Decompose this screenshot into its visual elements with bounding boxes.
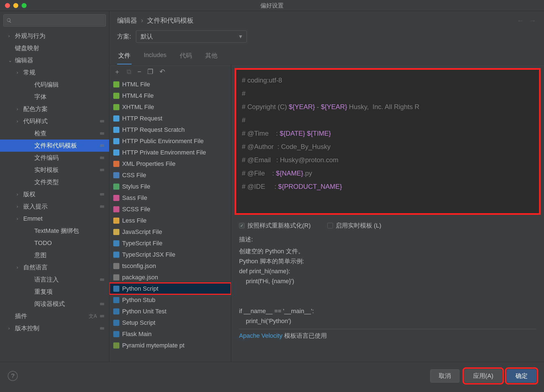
nav-back-icon[interactable]: ← bbox=[517, 16, 524, 25]
sidebar-item-8[interactable]: 检查 bbox=[0, 127, 109, 140]
template-item-label: Python Stub bbox=[122, 296, 155, 304]
nav-forward-icon[interactable]: → bbox=[529, 16, 536, 25]
close-window-icon[interactable] bbox=[5, 3, 10, 8]
template-item-21[interactable]: Setup Script bbox=[109, 317, 231, 328]
tab-2[interactable]: 代码 bbox=[179, 48, 193, 65]
copy-icon[interactable]: ❐ bbox=[147, 68, 153, 76]
template-item-20[interactable]: Python Unit Test bbox=[109, 306, 231, 317]
ok-button[interactable]: 确定 bbox=[507, 369, 536, 383]
template-item-4[interactable]: HTTP Request Scratch bbox=[109, 124, 231, 135]
chevron-icon: › bbox=[17, 119, 22, 124]
template-item-8[interactable]: CSS File bbox=[109, 169, 231, 181]
sidebar-item-label: 编辑器 bbox=[15, 56, 33, 65]
template-item-2[interactable]: XHTML File bbox=[109, 101, 231, 113]
template-item-18[interactable]: Python Script bbox=[109, 283, 231, 294]
sidebar-item-label: 文件编码 bbox=[34, 154, 59, 162]
tab-0[interactable]: 文件 bbox=[117, 48, 132, 65]
template-item-17[interactable]: package.json bbox=[109, 272, 231, 283]
template-code-editor[interactable]: # coding:utf-8 # # Copyright (C) ${YEAR}… bbox=[235, 68, 541, 215]
apache-velocity-link[interactable]: Apache Velocity bbox=[239, 332, 283, 339]
template-item-22[interactable]: Flask Main bbox=[109, 328, 231, 340]
template-item-label: XML Properties File bbox=[122, 160, 175, 167]
file-type-icon bbox=[113, 195, 119, 201]
template-item-label: Flask Main bbox=[122, 331, 152, 338]
sidebar-item-1[interactable]: 键盘映射 bbox=[0, 42, 109, 54]
apply-button[interactable]: 应用(A) bbox=[465, 369, 502, 383]
add-template-button[interactable]: ＋ bbox=[114, 67, 120, 76]
breadcrumb-editor[interactable]: 编辑器 bbox=[117, 16, 137, 25]
sidebar-item-19[interactable]: ›自然语言 bbox=[0, 261, 109, 274]
sidebar-item-3[interactable]: ›常规 bbox=[0, 66, 109, 79]
sidebar-item-2[interactable]: ⌄编辑器 bbox=[0, 54, 109, 66]
file-type-icon bbox=[113, 240, 119, 246]
template-item-label: Python Script bbox=[122, 285, 158, 292]
chevron-icon: ⌄ bbox=[8, 58, 13, 63]
sidebar-item-20[interactable]: 语言注入 bbox=[0, 274, 109, 286]
template-item-15[interactable]: TypeScript JSX File bbox=[109, 249, 231, 260]
template-item-0[interactable]: HTML File bbox=[109, 79, 231, 90]
template-item-16[interactable]: tsconfig.json bbox=[109, 260, 231, 272]
tab-1[interactable]: Includes bbox=[143, 48, 168, 65]
template-item-label: package.json bbox=[122, 274, 158, 281]
file-type-icon bbox=[113, 138, 119, 144]
minimize-window-icon[interactable] bbox=[13, 3, 18, 8]
search-icon bbox=[6, 18, 12, 23]
settings-search-input[interactable] bbox=[3, 14, 106, 27]
sidebar-item-5[interactable]: 字体 bbox=[0, 91, 109, 103]
undo-icon[interactable]: ↶ bbox=[160, 68, 165, 76]
template-item-14[interactable]: TypeScript File bbox=[109, 238, 231, 249]
maximize-window-icon[interactable] bbox=[22, 3, 27, 8]
sidebar-item-16[interactable]: TextMate 捆绑包 bbox=[0, 225, 109, 237]
sidebar-item-18[interactable]: 意图 bbox=[0, 249, 109, 261]
copy-template-button: ⧉ bbox=[127, 68, 131, 76]
template-item-12[interactable]: Less File bbox=[109, 215, 231, 226]
template-item-10[interactable]: Sass File bbox=[109, 192, 231, 203]
template-item-9[interactable]: Stylus File bbox=[109, 181, 231, 192]
sidebar-item-10[interactable]: 文件编码 bbox=[0, 152, 109, 164]
help-button[interactable]: ? bbox=[8, 371, 18, 381]
sidebar-item-22[interactable]: 阅读器模式 bbox=[0, 298, 109, 310]
template-item-label: TypeScript File bbox=[122, 240, 163, 247]
project-badge-icon bbox=[99, 192, 106, 197]
file-type-icon bbox=[113, 104, 119, 110]
scheme-dropdown[interactable]: 默认 ▾ bbox=[136, 30, 247, 43]
sidebar-item-17[interactable]: TODO bbox=[0, 237, 109, 249]
sidebar-item-9[interactable]: 文件和代码模板 bbox=[0, 140, 109, 152]
template-item-6[interactable]: HTTP Private Environment File bbox=[109, 147, 231, 158]
sidebar-item-0[interactable]: ›外观与行为 bbox=[0, 30, 109, 42]
cancel-button[interactable]: 取消 bbox=[430, 369, 460, 383]
template-item-13[interactable]: JavaScript File bbox=[109, 226, 231, 238]
tab-3[interactable]: 其他 bbox=[204, 48, 219, 65]
template-item-label: CSS File bbox=[122, 172, 146, 179]
sidebar-item-23[interactable]: 插件文A bbox=[0, 310, 109, 322]
template-item-5[interactable]: HTTP Public Environment File bbox=[109, 135, 231, 147]
template-item-23[interactable]: Pyramid mytemplate pt bbox=[109, 340, 231, 351]
remove-template-button[interactable]: − bbox=[137, 68, 141, 76]
sidebar-item-24[interactable]: ›版本控制 bbox=[0, 322, 109, 334]
sidebar-item-4[interactable]: 代码编辑 bbox=[0, 79, 109, 91]
template-item-11[interactable]: SCSS File bbox=[109, 203, 231, 215]
template-item-7[interactable]: XML Properties File bbox=[109, 158, 231, 169]
sidebar-item-11[interactable]: 实时模板 bbox=[0, 164, 109, 176]
sidebar-item-label: 版权 bbox=[23, 190, 35, 198]
template-item-label: Python Unit Test bbox=[122, 308, 166, 315]
file-type-icon bbox=[113, 263, 119, 269]
reformat-checkbox[interactable]: 按照样式重新格式化(R) bbox=[239, 221, 311, 230]
template-item-1[interactable]: HTML4 File bbox=[109, 90, 231, 101]
live-template-checkbox[interactable]: 启用实时模板 (L) bbox=[327, 221, 381, 230]
sidebar-item-label: 代码编辑 bbox=[34, 81, 59, 89]
template-item-19[interactable]: Python Stub bbox=[109, 294, 231, 306]
dialog-footer: ? 取消 应用(A) 确定 bbox=[0, 362, 544, 390]
sidebar-item-15[interactable]: ›Emmet bbox=[0, 213, 109, 225]
template-item-3[interactable]: HTTP Request bbox=[109, 113, 231, 124]
sidebar-item-7[interactable]: ›代码样式 bbox=[0, 115, 109, 127]
project-badge-icon bbox=[99, 204, 106, 209]
sidebar-item-14[interactable]: ›嵌入提示 bbox=[0, 200, 109, 213]
sidebar-item-12[interactable]: 文件类型 bbox=[0, 176, 109, 188]
sidebar-item-6[interactable]: ›配色方案 bbox=[0, 103, 109, 115]
sidebar-item-13[interactable]: ›版权 bbox=[0, 188, 109, 200]
chevron-down-icon: ▾ bbox=[239, 33, 242, 40]
sidebar-item-label: 文件类型 bbox=[34, 178, 59, 186]
file-type-icon bbox=[113, 297, 119, 303]
sidebar-item-21[interactable]: 重复项 bbox=[0, 286, 109, 298]
